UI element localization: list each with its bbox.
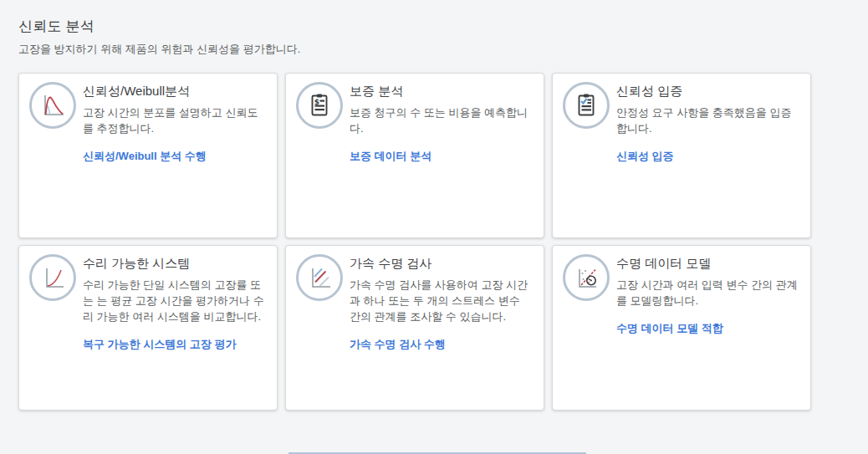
page-subtitle: 고장을 방지하기 위해 제품의 위험과 신뢰성을 평가합니다. — [18, 42, 300, 57]
card-repairable-systems: 수리 가능한 시스템 수리 가능한 단일 시스템의 고장률 또는 는 평균 고장… — [18, 245, 278, 411]
page-title: 신뢰도 분석 — [18, 17, 300, 36]
card-reliability-weibull: 신뢰성/Weibull분석 고장 시간의 분포를 설명하고 신뢰도를 추정합니다… — [18, 73, 278, 238]
reliability-analysis-page: 신뢰도 분석 고장을 방지하기 위해 제품의 위험과 신뢰성을 평가합니다. 신… — [0, 0, 868, 454]
card-description: 보증 청구의 수 또는 비용을 예측합니다. — [350, 105, 533, 137]
svg-text:$: $ — [314, 98, 319, 106]
checkmark-clipboard-icon — [563, 82, 610, 129]
card-title: 신뢰성/Weibull분석 — [83, 84, 266, 99]
card-description: 가속 수명 검사를 사용하여 고장 시간과 하나 또는 두 개의 스트레스 변수… — [350, 278, 533, 325]
run-weibull-analysis-link[interactable]: 신뢰성/Weibull 분석 수행 — [83, 149, 207, 164]
card-description: 고장 시간의 분포를 설명하고 신뢰도를 추정합니다. — [83, 105, 266, 137]
card-title: 신뢰성 입증 — [616, 84, 799, 99]
run-accelerated-life-test-link[interactable]: 가속 수명 검사 수행 — [350, 337, 446, 352]
warranty-dollar-clipboard-icon: $ — [296, 82, 343, 129]
card-life-data-model: 수명 데이터 모델 고장 시간과 여러 입력 변수 간의 관계를 모델링합니다.… — [552, 245, 811, 411]
card-title: 가속 수명 검사 — [350, 256, 533, 272]
card-title: 수리 가능한 시스템 — [83, 256, 266, 272]
rising-failure-curve-chart-icon — [29, 254, 76, 301]
gauge-scatter-line-chart-icon — [563, 254, 610, 301]
analyze-warranty-data-link[interactable]: 보증 데이터 분석 — [350, 149, 431, 164]
evaluate-repairable-system-failures-link[interactable]: 복구 가능한 시스템의 고장 평가 — [83, 337, 236, 352]
fit-life-data-model-link[interactable]: 수명 데이터 모델 적합 — [616, 321, 723, 336]
demonstrate-reliability-link[interactable]: 신뢰성 입증 — [616, 149, 674, 164]
parallel-regression-lines-chart-icon — [296, 254, 343, 301]
card-title: 보증 분석 — [350, 84, 533, 99]
card-title: 수명 데이터 모델 — [616, 256, 799, 272]
card-reliability-demonstration: 신뢰성 입증 안정성 요구 사항을 충족했음을 입증합니다. 신뢰성 입증 — [552, 73, 811, 238]
weibull-distribution-curve-icon — [29, 82, 76, 129]
analysis-card-grid: 신뢰성/Weibull분석 고장 시간의 분포를 설명하고 신뢰도를 추정합니다… — [18, 73, 811, 411]
card-accelerated-life-testing: 가속 수명 검사 가속 수명 검사를 사용하여 고장 시간과 하나 또는 두 개… — [285, 245, 544, 411]
page-header: 신뢰도 분석 고장을 방지하기 위해 제품의 위험과 신뢰성을 평가합니다. — [18, 17, 300, 57]
card-description: 고장 시간과 여러 입력 변수 간의 관계를 모델링합니다. — [616, 278, 799, 309]
card-description: 수리 가능한 단일 시스템의 고장률 또는 는 평균 고장 시간을 평가하거나 … — [83, 278, 266, 325]
card-warranty-analysis: $ 보증 분석 보증 청구의 수 또는 비용을 예측합니다. 보증 데이터 분석 — [285, 73, 544, 238]
card-description: 안정성 요구 사항을 충족했음을 입증합니다. — [616, 105, 799, 137]
